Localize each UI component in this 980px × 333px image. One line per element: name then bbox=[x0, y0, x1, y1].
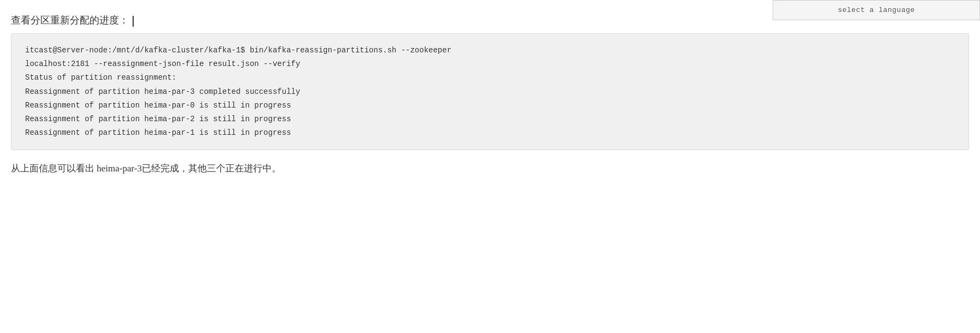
heading-text: 查看分区重新分配的进度： bbox=[11, 15, 129, 26]
summary-text: 从上面信息可以看出 heima-par-3已经完成，其他三个正在进行中。 bbox=[11, 161, 969, 176]
select-language-label: select a language bbox=[838, 6, 915, 14]
code-line-7: Reassignment of partition heima-par-1 is… bbox=[25, 126, 955, 140]
language-selector-bar[interactable]: select a language bbox=[773, 0, 980, 20]
code-line-3: Status of partition reassignment: bbox=[25, 71, 955, 85]
page-wrapper: select a language 查看分区重新分配的进度： itcast@Se… bbox=[0, 0, 980, 187]
code-line-1: itcast@Server-node:/mnt/d/kafka-cluster/… bbox=[25, 44, 955, 57]
code-line-6: Reassignment of partition heima-par-2 is… bbox=[25, 112, 955, 126]
code-line-5: Reassignment of partition heima-par-0 is… bbox=[25, 99, 955, 112]
code-line-4: Reassignment of partition heima-par-3 co… bbox=[25, 85, 955, 99]
code-block: itcast@Server-node:/mnt/d/kafka-cluster/… bbox=[11, 33, 969, 150]
summary-content: 从上面信息可以看出 heima-par-3已经完成，其他三个正在进行中。 bbox=[11, 163, 281, 174]
text-cursor bbox=[133, 16, 134, 27]
code-line-2: localhost:2181 --reassignment-json-file … bbox=[25, 57, 955, 71]
